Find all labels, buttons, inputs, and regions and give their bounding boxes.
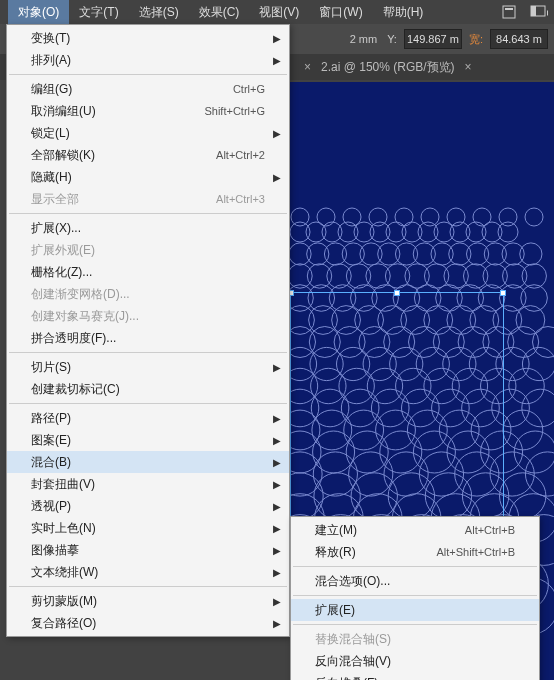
- menu-separator: [293, 624, 537, 625]
- svg-point-173: [369, 208, 387, 226]
- menu-item-label: 混合选项(O)...: [315, 573, 390, 590]
- doc-icon[interactable]: [502, 5, 518, 19]
- menu-item-label: 显示全部: [31, 191, 79, 208]
- blend-submenu-item-5[interactable]: 扩展(E): [291, 599, 539, 621]
- menu-item-label: 取消编组(U): [31, 103, 96, 120]
- menu-item-label: 反向混合轴(V): [315, 653, 391, 670]
- object-menu-item-12[interactable]: 栅格化(Z)...: [7, 261, 289, 283]
- svg-point-22: [360, 243, 382, 265]
- object-menu-item-17[interactable]: 切片(S)▶: [7, 356, 289, 378]
- menu-item-label: 剪切蒙版(M): [31, 593, 97, 610]
- blend-submenu-item-9[interactable]: 反向堆叠(F): [291, 672, 539, 680]
- svg-point-11: [402, 222, 422, 242]
- menu-item-shortcut: Ctrl+G: [233, 83, 265, 95]
- object-menu-item-20[interactable]: 路径(P)▶: [7, 407, 289, 429]
- menu-effect[interactable]: 效果(C): [189, 0, 250, 25]
- x-suffix: 2 mm: [347, 33, 381, 45]
- object-menu-item-15[interactable]: 拼合透明度(F)...: [7, 327, 289, 349]
- svg-rect-0: [503, 6, 515, 18]
- object-menu-item-23[interactable]: 封套扭曲(V)▶: [7, 473, 289, 495]
- tab-close-right[interactable]: ×: [461, 60, 476, 74]
- blend-submenu-item-1[interactable]: 释放(R)Alt+Shift+Ctrl+B: [291, 541, 539, 563]
- object-menu-item-22[interactable]: 混合(B)▶: [7, 451, 289, 473]
- blend-submenu-item-7: 替换混合轴(S): [291, 628, 539, 650]
- svg-point-67: [516, 306, 545, 335]
- menu-item-label: 封套扭曲(V): [31, 476, 95, 493]
- object-menu-item-18[interactable]: 创建裁切标记(C): [7, 378, 289, 400]
- menu-item-label: 图像描摹: [31, 542, 79, 559]
- svg-point-6: [322, 222, 342, 242]
- object-menu-item-10[interactable]: 扩展(X)...: [7, 217, 289, 239]
- object-menu-item-8: 显示全部Alt+Ctrl+3: [7, 188, 289, 210]
- menu-item-label: 建立(M): [315, 522, 357, 539]
- object-menu-item-30[interactable]: 复合路径(O)▶: [7, 612, 289, 634]
- svg-point-19: [307, 243, 329, 265]
- svg-point-179: [525, 208, 543, 226]
- object-menu-item-3[interactable]: 编组(G)Ctrl+G: [7, 78, 289, 100]
- submenu-arrow-icon: ▶: [273, 567, 281, 578]
- menu-item-label: 创建对象马赛克(J)...: [31, 308, 139, 325]
- svg-point-18: [290, 243, 311, 265]
- object-menu-item-14: 创建对象马赛克(J)...: [7, 305, 289, 327]
- y-field[interactable]: [404, 29, 462, 49]
- submenu-arrow-icon: ▶: [273, 523, 281, 534]
- svg-rect-1: [505, 8, 513, 10]
- menu-item-label: 实时上色(N): [31, 520, 96, 537]
- svg-point-114: [503, 410, 543, 450]
- menu-item-label: 混合(B): [31, 454, 71, 471]
- menu-item-label: 全部解锁(K): [31, 147, 95, 164]
- svg-point-15: [466, 222, 486, 242]
- submenu-arrow-icon: ▶: [273, 596, 281, 607]
- object-menu-item-7[interactable]: 隐藏(H)▶: [7, 166, 289, 188]
- object-menu-item-1[interactable]: 排列(A)▶: [7, 49, 289, 71]
- w-label: 宽:: [466, 32, 486, 47]
- menu-window[interactable]: 窗口(W): [309, 0, 372, 25]
- submenu-arrow-icon: ▶: [273, 618, 281, 629]
- object-menu-item-0[interactable]: 变换(T)▶: [7, 27, 289, 49]
- menu-view[interactable]: 视图(V): [249, 0, 309, 25]
- svg-point-42: [483, 264, 507, 288]
- menu-text[interactable]: 文字(T): [69, 0, 128, 25]
- blend-submenu-item-0[interactable]: 建立(M)Alt+Ctrl+B: [291, 519, 539, 541]
- svg-point-17: [498, 222, 518, 242]
- handle-ne[interactable]: [500, 290, 506, 296]
- menu-item-label: 扩展(E): [315, 602, 355, 619]
- object-menu-item-21[interactable]: 图案(E)▶: [7, 429, 289, 451]
- menu-item-label: 创建裁切标记(C): [31, 381, 120, 398]
- workspace-icon[interactable]: [530, 5, 546, 19]
- object-menu-item-27[interactable]: 文本绕排(W)▶: [7, 561, 289, 583]
- menu-item-shortcut: Alt+Ctrl+2: [216, 149, 265, 161]
- object-menu-item-4[interactable]: 取消编组(U)Shift+Ctrl+G: [7, 100, 289, 122]
- blend-submenu-item-3[interactable]: 混合选项(O)...: [291, 570, 539, 592]
- object-menu-item-24[interactable]: 透视(P)▶: [7, 495, 289, 517]
- object-menu-item-6[interactable]: 全部解锁(K)Alt+Ctrl+2: [7, 144, 289, 166]
- menu-object[interactable]: 对象(O): [8, 0, 69, 25]
- svg-point-29: [484, 243, 506, 265]
- blend-submenu-item-8[interactable]: 反向混合轴(V): [291, 650, 539, 672]
- submenu-arrow-icon: ▶: [273, 501, 281, 512]
- object-menu-item-29[interactable]: 剪切蒙版(M)▶: [7, 590, 289, 612]
- submenu-arrow-icon: ▶: [273, 55, 281, 66]
- menu-item-label: 变换(T): [31, 30, 70, 47]
- w-field[interactable]: [490, 29, 548, 49]
- object-menu-item-25[interactable]: 实时上色(N)▶: [7, 517, 289, 539]
- object-menu-item-26[interactable]: 图像描摹▶: [7, 539, 289, 561]
- handle-n[interactable]: [394, 290, 400, 296]
- y-label: Y:: [384, 33, 400, 45]
- submenu-arrow-icon: ▶: [273, 128, 281, 139]
- svg-point-23: [378, 243, 400, 265]
- svg-point-177: [473, 208, 491, 226]
- svg-point-20: [324, 243, 346, 265]
- menu-help[interactable]: 帮助(H): [373, 0, 434, 25]
- menu-select[interactable]: 选择(S): [129, 0, 189, 25]
- tab-close-left[interactable]: ×: [300, 60, 315, 74]
- menu-item-label: 排列(A): [31, 52, 71, 69]
- svg-point-106: [522, 389, 554, 427]
- svg-point-171: [317, 208, 335, 226]
- menu-separator: [9, 213, 287, 214]
- menu-item-label: 复合路径(O): [31, 615, 96, 632]
- object-menu-item-5[interactable]: 锁定(L)▶: [7, 122, 289, 144]
- svg-point-175: [421, 208, 439, 226]
- submenu-arrow-icon: ▶: [273, 362, 281, 373]
- document-tab-title[interactable]: 2.ai @ 150% (RGB/预览): [321, 59, 455, 76]
